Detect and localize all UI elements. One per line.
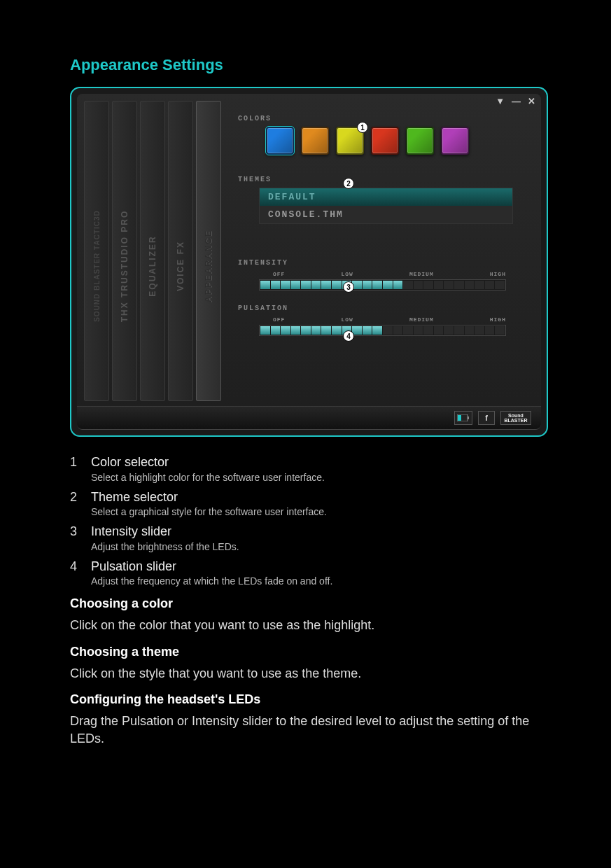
theme-item[interactable]: Default (260, 188, 512, 206)
svg-rect-1 (468, 416, 469, 419)
legend-title: Theme selector (91, 490, 327, 505)
slider-tick: Off (273, 271, 285, 277)
slider-tick: Low (341, 316, 353, 323)
tab-eq[interactable]: Equalizer (140, 101, 165, 401)
pulsation-label: Pulsation (238, 304, 527, 312)
tab-label: Voice FX (176, 241, 185, 291)
legend-row: 3Intensity sliderAdjust the brightness o… (70, 524, 548, 552)
legend-number: 2 (70, 490, 80, 518)
color-swatch-orange[interactable] (301, 127, 329, 155)
tab-label: Sound Blaster Tactic3D (93, 210, 101, 322)
app-window: ▼ — ✕ Sound Blaster Tactic3DTHX TruStudi… (70, 87, 548, 437)
tab-label: Appearance (204, 230, 213, 302)
legend-title: Color selector (91, 455, 325, 470)
battery-icon (454, 411, 472, 425)
paragraph: Drag the Pulsation or Intensity slider t… (70, 713, 548, 748)
slider-tick: High (490, 316, 506, 323)
legend-desc: Adjust the brightness of the LEDs. (91, 541, 239, 552)
color-swatch-purple[interactable] (441, 127, 469, 155)
tab-thx[interactable]: THX TruStudio Pro (112, 101, 137, 401)
statusbar-icons: f SoundBLASTER (454, 411, 531, 425)
intensity-slider[interactable] (259, 279, 506, 290)
paragraph: Click on the style that you want to use … (70, 665, 548, 682)
callout-4: 4 (343, 330, 354, 342)
color-swatches (266, 127, 527, 155)
intensity-label: Intensity (238, 259, 527, 267)
color-swatch-blue[interactable] (266, 127, 294, 155)
slider-tick: Low (341, 271, 353, 277)
side-tabs: Sound Blaster Tactic3DTHX TruStudio ProE… (84, 101, 221, 401)
soundblaster-logo: SoundBLASTER (500, 411, 531, 425)
legend-list: 1Color selectorSelect a highlight color … (70, 455, 548, 587)
close-icon[interactable]: ✕ (528, 97, 535, 106)
page-title: Appearance Settings (70, 56, 548, 74)
slider-tick: Medium (409, 316, 434, 323)
legend-desc: Adjust the frequency at which the LEDs f… (91, 575, 332, 587)
legend-title: Intensity slider (91, 524, 239, 540)
colors-label: Colors (238, 115, 527, 122)
slider-tick: High (490, 271, 506, 277)
paragraph: Click on the color that you want to use … (70, 617, 548, 634)
slider-tick: Medium (409, 271, 434, 277)
callout-1: 1 (357, 122, 368, 133)
legend-title: Pulsation slider (91, 559, 332, 575)
subheading: Configuring the headset's LEDs (70, 692, 548, 707)
tab-logo[interactable]: Sound Blaster Tactic3D (84, 101, 109, 401)
legend-number: 3 (70, 524, 80, 552)
tab-app[interactable]: Appearance (196, 101, 221, 401)
theme-item[interactable]: Console.thm (260, 206, 512, 223)
legend-desc: Select a highlight color for the softwar… (91, 472, 325, 483)
theme-list: DefaultConsole.thm (259, 188, 513, 224)
legend-desc: Select a graphical style for the softwar… (91, 506, 327, 517)
window-controls: ▼ — ✕ (496, 97, 535, 106)
slider-tick: Off (273, 316, 285, 323)
tab-voice[interactable]: Voice FX (168, 101, 193, 401)
svg-rect-2 (458, 415, 461, 421)
facebook-icon[interactable]: f (478, 411, 495, 425)
pulsation-slider[interactable] (259, 325, 506, 336)
tab-label: Equalizer (148, 235, 157, 296)
dropdown-icon[interactable]: ▼ (496, 97, 505, 106)
color-swatch-green[interactable] (406, 127, 434, 155)
callout-3: 3 (343, 281, 354, 293)
minimize-icon[interactable]: — (512, 97, 521, 106)
legend-row: 2Theme selectorSelect a graphical style … (70, 490, 548, 518)
legend-number: 1 (70, 455, 80, 483)
callout-2: 2 (343, 178, 354, 189)
legend-row: 1Color selectorSelect a highlight color … (70, 455, 548, 483)
legend-number: 4 (70, 559, 80, 587)
tab-label: THX TruStudio Pro (120, 210, 129, 323)
subheading: Choosing a color (70, 596, 548, 611)
color-swatch-red[interactable] (371, 127, 399, 155)
subheading: Choosing a theme (70, 645, 548, 659)
legend-row: 4Pulsation sliderAdjust the frequency at… (70, 559, 548, 587)
themes-label: Themes (238, 176, 527, 183)
